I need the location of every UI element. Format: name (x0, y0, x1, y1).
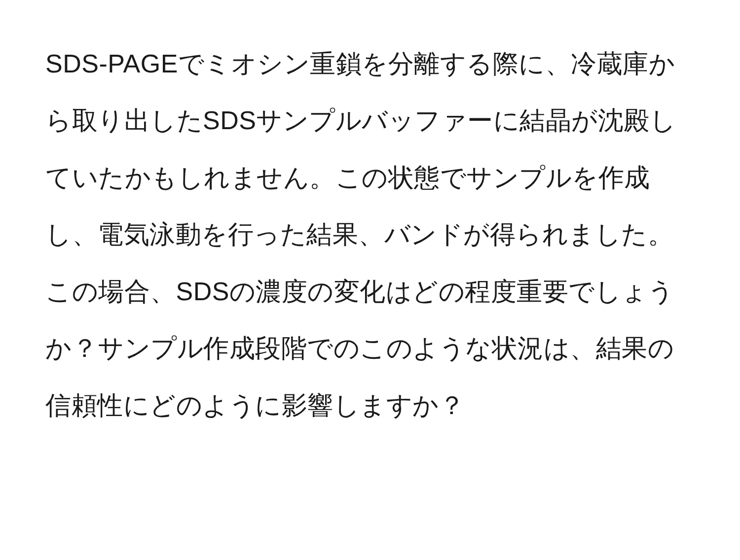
document-paragraph: SDS-PAGEでミオシン重鎖を分離する際に、冷蔵庫から取り出したSDSサンプル… (45, 35, 695, 434)
